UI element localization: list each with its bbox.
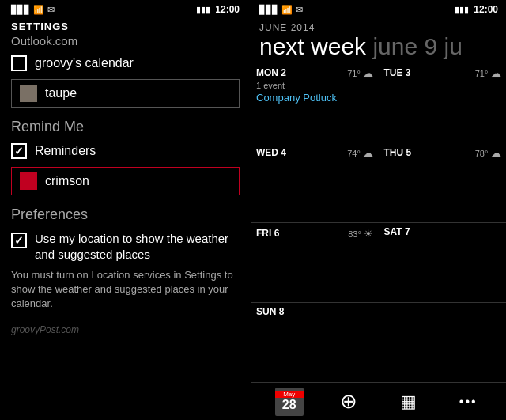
- reminders-label: Reminders: [35, 144, 96, 158]
- today-button[interactable]: May 28: [270, 383, 308, 421]
- more-icon: •••: [459, 395, 478, 409]
- tue3-weather: ☁: [488, 67, 501, 79]
- today-month: May: [275, 391, 304, 398]
- signal-icon: ▊▊▊: [11, 5, 30, 15]
- sun8-name: SUN 8: [256, 306, 284, 317]
- right-time: 12:00: [474, 4, 498, 15]
- mon2-event-title[interactable]: Company Potluck: [256, 92, 374, 104]
- cell-mon2[interactable]: MON 2 71° ☁ 1 event Company Potluck: [251, 62, 380, 142]
- mail-icon: ✉: [47, 5, 55, 15]
- tue3-temp: 71°: [475, 69, 489, 78]
- wed4-temp: 74°: [347, 149, 361, 158]
- calendar-checkbox-label: groovy's calendar: [35, 56, 134, 70]
- calendar-view-button[interactable]: ▦: [390, 383, 428, 421]
- today-day: 28: [282, 398, 296, 412]
- fri6-header: FRI 6 83° ☀: [256, 226, 374, 240]
- mon2-name: MON 2: [256, 67, 286, 78]
- settings-subtitle: Outlook.com: [11, 34, 240, 47]
- fri6-weather: ☀: [361, 228, 374, 240]
- right-status-bar: ▊▊▊ 📶 ✉ ▮▮▮ 12:00: [251, 0, 506, 19]
- right-status-icons: ▊▊▊ 📶 ✉: [259, 5, 303, 15]
- thu5-temp: 78°: [475, 149, 489, 158]
- sat7-header: SAT 7: [384, 226, 502, 237]
- sun8-num: 8: [279, 306, 285, 317]
- wed4-header: WED 4 74° ☁: [256, 146, 374, 160]
- cal-title: next week june 9 ju: [259, 33, 498, 60]
- cell-sat7[interactable]: SAT 7: [380, 223, 507, 302]
- calendar-checkbox[interactable]: [11, 55, 27, 71]
- crimson-swatch: [20, 172, 37, 190]
- left-status-icons: ▊▊▊ 📶 ✉: [11, 5, 55, 15]
- location-note: You must turn on Location services in Se…: [11, 268, 240, 312]
- cal-title-dim: june 9 ju: [372, 33, 462, 59]
- watermark: groovyPost.com: [11, 324, 240, 335]
- calendar-grid: MON 2 71° ☁ 1 event Company Potluck TUE …: [251, 62, 506, 382]
- wed4-weather: ☁: [361, 147, 374, 159]
- crimson-color-row[interactable]: crimson: [11, 167, 240, 195]
- cal-row-1: MON 2 71° ☁ 1 event Company Potluck TUE …: [251, 62, 506, 142]
- thu5-name: THU 5: [384, 147, 412, 158]
- thu5-header: THU 5 78° ☁: [384, 146, 502, 160]
- cal-row-4: SUN 8: [251, 302, 506, 382]
- taupe-swatch: [20, 85, 37, 102]
- settings-panel: ▊▊▊ 📶 ✉ ▮▮▮ 12:00 SETTINGS Outlook.com g…: [0, 0, 251, 420]
- tue3-name: TUE 3: [384, 67, 411, 78]
- r-battery-icon: ▮▮▮: [455, 5, 469, 15]
- battery-icon: ▮▮▮: [196, 5, 210, 15]
- more-button[interactable]: •••: [449, 383, 487, 421]
- mon2-weather: ☁: [361, 67, 374, 79]
- calendar-header: JUNE 2014 next week june 9 ju: [251, 19, 506, 62]
- fri6-name: FRI 6: [256, 228, 279, 239]
- remind-me-title: Remind Me: [11, 119, 240, 135]
- calendar-checkbox-row[interactable]: groovy's calendar: [11, 55, 240, 71]
- calendar-icon: ▦: [400, 392, 417, 412]
- add-icon: ⊕: [340, 389, 357, 414]
- cell-sun8[interactable]: SUN 8: [251, 303, 380, 382]
- preferences-title: Preferences: [11, 206, 240, 223]
- sat7-name: SAT 7: [384, 226, 410, 237]
- fri6-temp: 83°: [348, 229, 361, 239]
- bottom-bar: May 28 ⊕ ▦ •••: [251, 382, 506, 420]
- cell-empty: [380, 303, 507, 382]
- location-checkbox[interactable]: [11, 233, 27, 248]
- wed4-name: WED 4: [256, 147, 286, 158]
- cell-tue3[interactable]: TUE 3 71° ☁: [380, 62, 507, 142]
- r-mail-icon: ✉: [296, 5, 303, 15]
- left-time: 12:00: [215, 4, 240, 15]
- add-button[interactable]: ⊕: [330, 383, 368, 421]
- r-wifi-icon: 📶: [281, 5, 293, 15]
- reminders-checkbox[interactable]: [11, 143, 27, 159]
- thu5-weather: ☁: [488, 147, 501, 159]
- wed4-num: 4: [281, 147, 286, 158]
- cal-row-2: WED 4 74° ☁ THU 5 78° ☁: [251, 142, 506, 221]
- tue3-num: 3: [406, 67, 411, 78]
- thu5-num: 5: [406, 147, 412, 158]
- left-status-bar: ▊▊▊ 📶 ✉ ▮▮▮ 12:00: [11, 0, 240, 19]
- location-label: Use my location to show the weather and …: [35, 231, 240, 262]
- calendar-panel: ▊▊▊ 📶 ✉ ▮▮▮ 12:00 JUNE 2014 next week ju…: [251, 0, 506, 420]
- cal-title-main: next week: [259, 33, 366, 59]
- settings-title: SETTINGS: [11, 21, 240, 32]
- r-signal-icon: ▊▊▊: [259, 5, 278, 15]
- cell-fri6[interactable]: FRI 6 83° ☀: [251, 223, 380, 302]
- wifi-icon: 📶: [33, 5, 44, 15]
- mon2-temp: 71°: [347, 69, 361, 78]
- tue3-header: TUE 3 71° ☁: [384, 66, 502, 80]
- cell-wed4[interactable]: WED 4 74° ☁: [251, 142, 380, 221]
- month-year: JUNE 2014: [259, 22, 498, 33]
- cal-row-3: FRI 6 83° ☀ SAT 7: [251, 222, 506, 302]
- fri6-num: 6: [274, 228, 280, 239]
- taupe-label: taupe: [45, 86, 77, 100]
- reminders-checkbox-row[interactable]: Reminders: [11, 143, 240, 159]
- mon2-event-count: 1 event: [256, 81, 374, 90]
- sun8-header: SUN 8: [256, 306, 374, 317]
- mon2-num: 2: [281, 67, 286, 78]
- sat7-num: 7: [405, 226, 410, 237]
- location-checkbox-row[interactable]: Use my location to show the weather and …: [11, 231, 240, 262]
- mon2-header: MON 2 71° ☁: [256, 66, 374, 80]
- crimson-label: crimson: [45, 174, 89, 188]
- cell-thu5[interactable]: THU 5 78° ☁: [380, 142, 507, 221]
- taupe-color-row[interactable]: taupe: [11, 79, 240, 108]
